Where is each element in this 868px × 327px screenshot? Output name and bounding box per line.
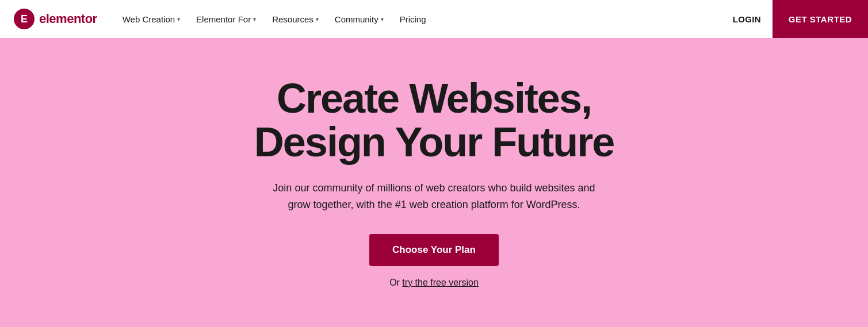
- navbar: E elementor Web Creation ▾ Elementor For…: [0, 0, 868, 38]
- choose-plan-button[interactable]: Choose Your Plan: [369, 234, 499, 266]
- hero-section: Create Websites, Design Your Future Join…: [0, 38, 868, 327]
- chevron-down-icon: ▾: [177, 16, 180, 22]
- nav-item-pricing[interactable]: Pricing: [393, 10, 433, 29]
- chevron-down-icon: ▾: [381, 16, 384, 22]
- free-version-wrapper: Or try the free version: [254, 278, 614, 288]
- logo-name: elementor: [39, 11, 97, 26]
- nav-right: LOGIN GET STARTED: [721, 0, 854, 38]
- logo[interactable]: E elementor: [14, 9, 97, 29]
- cta-wrapper: Choose Your Plan: [254, 234, 614, 278]
- logo-icon: E: [14, 9, 35, 29]
- login-button[interactable]: LOGIN: [721, 10, 773, 29]
- chevron-down-icon: ▾: [253, 16, 256, 22]
- nav-item-resources[interactable]: Resources ▾: [265, 10, 326, 29]
- free-prefix-text: Or: [389, 278, 402, 287]
- hero-subtitle: Join our community of millions of web cr…: [262, 180, 607, 213]
- nav-item-web-creation[interactable]: Web Creation ▾: [116, 10, 187, 29]
- nav-item-community[interactable]: Community ▾: [328, 10, 391, 29]
- nav-links: Web Creation ▾ Elementor For ▾ Resources…: [116, 10, 721, 29]
- nav-item-elementor-for[interactable]: Elementor For ▾: [189, 10, 263, 29]
- hero-headline: Create Websites, Design Your Future: [254, 77, 614, 164]
- get-started-button[interactable]: GET STARTED: [773, 0, 868, 38]
- hero-inner: Create Websites, Design Your Future Join…: [254, 77, 614, 288]
- chevron-down-icon: ▾: [316, 16, 319, 22]
- free-version-link[interactable]: try the free version: [402, 278, 479, 287]
